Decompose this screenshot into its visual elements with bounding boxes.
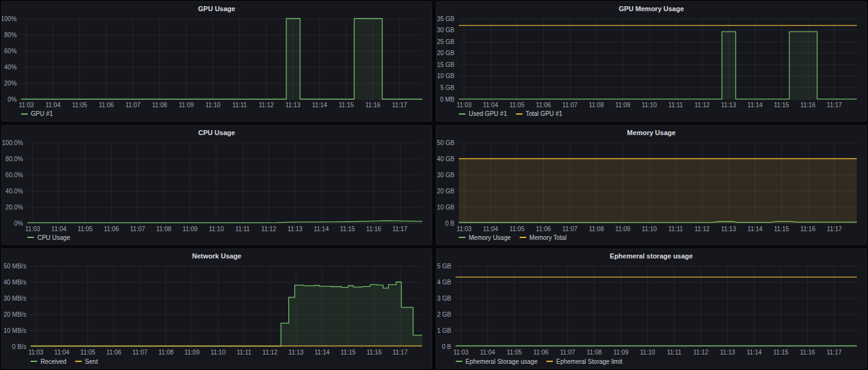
legend-swatch — [546, 361, 553, 362]
axis-tick-label: 11:08 — [587, 349, 602, 356]
axis-tick-label: 11:03 — [19, 102, 34, 108]
axis-tick-label: 11:07 — [560, 349, 575, 356]
panel-title[interactable]: Memory Usage — [436, 126, 866, 139]
axis-tick-label: 20 GB — [437, 187, 455, 194]
panel-title[interactable]: Network Usage — [2, 249, 432, 262]
axis-tick-label: 11:17 — [392, 349, 408, 356]
legend-swatch — [520, 237, 526, 238]
axis-tick-label: 100% — [2, 15, 17, 22]
axis-tick-label: 11:03 — [25, 226, 41, 232]
grid-lines — [27, 143, 422, 223]
axis-tick-label: 11:12 — [262, 349, 278, 356]
axis-tick-label: 1 GB — [437, 327, 451, 334]
panel-memory-usage: Memory Usage 0 B10 GB20 GB30 GB40 GB50 G… — [436, 125, 867, 245]
axis-tick-label: 11:16 — [800, 349, 815, 356]
axis-tick-label: 11:12 — [261, 226, 277, 232]
axis-tick-label: 11:05 — [78, 226, 93, 232]
legend-item-gpu-1[interactable]: GPU #1 — [21, 110, 53, 117]
axis-tick-label: 10 GB — [437, 203, 455, 210]
axis-tick-label: 11:03 — [29, 349, 44, 356]
axis-tick-label: 11:08 — [152, 102, 167, 108]
axis-tick-label: 20% — [4, 80, 17, 87]
legend-item-memory-usage[interactable]: Memory Usage — [459, 234, 511, 241]
legend-item-ephemeral-storage-usage[interactable]: Ephemeral Storage usage — [456, 358, 538, 365]
panel-title[interactable]: GPU Usage — [2, 2, 432, 15]
axis-tick-label: 11:14 — [748, 226, 763, 232]
gpu-memory-usage-legend: Used GPU #1Total GPU #1 — [436, 109, 866, 121]
axis-tick-label: 11:14 — [746, 349, 762, 356]
axis-tick-label: 11:12 — [693, 349, 709, 356]
legend-label: CPU Usage — [37, 234, 70, 241]
axis-tick-label: 11:04 — [483, 226, 498, 232]
axis-tick-label: 35 GB — [437, 15, 455, 22]
gpu-memory-usage-chart[interactable]: 0 MB5 GB10 GB15 GB20 GB25 GB30 GB35 GB11… — [436, 15, 866, 109]
gpu-usage-chart[interactable]: 0%20%40%60%80%100%11:0311:0411:0511:0611… — [2, 15, 432, 109]
axis-tick-label: 11:04 — [51, 226, 67, 232]
memory-usage-legend: Memory UsageMemory Total — [436, 232, 866, 244]
axis-tick-label: 11:06 — [107, 349, 122, 356]
axis-tick-label: 11:11 — [235, 226, 250, 232]
axis-tick-label: 4 GB — [437, 279, 451, 286]
legend-label: Sent — [85, 358, 98, 365]
axis-tick-label: 11:13 — [285, 102, 301, 108]
axis-tick-label: 50 MB/s — [4, 263, 27, 270]
axis-tick-label: 11:04 — [55, 349, 70, 356]
cpu-usage-chart[interactable]: 0%20.0%40.0%60.0%80.0%100.0%11:0311:0411… — [2, 139, 432, 233]
axis-tick-label: 15 GB — [437, 61, 455, 68]
legend-item-memory-total[interactable]: Memory Total — [520, 234, 567, 241]
axis-tick-label: 11:17 — [827, 226, 843, 232]
axis-tick-label: 11:11 — [668, 226, 683, 232]
axis-tick-label: 11:15 — [339, 102, 354, 108]
legend-label: Ephemeral Storage usage — [466, 358, 538, 365]
panel-title[interactable]: GPU Memory Usage — [436, 2, 866, 15]
axis-tick-label: 50 GB — [437, 139, 455, 146]
axis-tick-label: 11:15 — [340, 349, 356, 356]
axis-tick-label: 11:05 — [81, 349, 96, 356]
axis-tick-label: 11:07 — [133, 349, 148, 356]
axis-tick-label: 11:06 — [99, 102, 114, 108]
axis-tick-label: 60% — [4, 48, 17, 55]
panel-title[interactable]: Ephemeral storage usage — [436, 249, 866, 262]
legend-swatch — [516, 113, 523, 115]
legend-item-used-gpu-1[interactable]: Used GPU #1 — [459, 110, 507, 117]
legend-swatch — [456, 361, 463, 362]
y-axis-labels: 0 B1 GB2 GB3 GB4 GB5 GB — [437, 263, 451, 350]
panel-network-usage: Network Usage 0 B/s10 MB/s20 MB/s30 MB/s… — [1, 249, 432, 369]
axis-tick-label: 11:03 — [453, 349, 469, 356]
ephemeral-storage-chart[interactable]: 0 B1 GB2 GB3 GB4 GB5 GB11:0311:0411:0511… — [436, 262, 866, 356]
series-fill-memory-total — [459, 159, 857, 223]
x-axis-labels: 11:0311:0411:0511:0611:0711:0811:0911:10… — [456, 102, 842, 108]
axis-tick-label: 11:15 — [773, 349, 789, 356]
axis-tick-label: 11:12 — [259, 102, 274, 108]
axis-tick-label: 80.0% — [6, 155, 23, 162]
axis-tick-label: 100.0% — [2, 139, 23, 146]
y-axis-labels: 0 B10 GB20 GB30 GB40 GB50 GB — [437, 139, 455, 226]
cpu-usage-svg: 0%20.0%40.0%60.0%80.0%100.0%11:0311:0411… — [2, 139, 432, 233]
axis-tick-label: 0% — [14, 219, 24, 226]
axis-tick-label: 20 MB/s — [4, 311, 27, 318]
axis-tick-label: 11:13 — [721, 102, 737, 108]
grid-lines — [456, 266, 857, 346]
network-usage-chart[interactable]: 0 B/s10 MB/s20 MB/s30 MB/s40 MB/s50 MB/s… — [2, 262, 432, 356]
legend-label: Received — [40, 358, 66, 365]
legend-swatch — [75, 361, 82, 362]
legend-item-sent[interactable]: Sent — [75, 358, 98, 365]
axis-tick-label: 11:15 — [774, 226, 789, 232]
axis-tick-label: 2 GB — [437, 311, 451, 318]
axis-tick-label: 10 GB — [437, 73, 455, 79]
axis-tick-label: 5 GB — [440, 84, 454, 91]
legend-label: Used GPU #1 — [469, 110, 507, 117]
cpu-usage-legend: CPU Usage — [2, 232, 432, 244]
axis-tick-label: 3 GB — [437, 295, 451, 302]
legend-item-total-gpu-1[interactable]: Total GPU #1 — [516, 110, 562, 117]
memory-usage-chart[interactable]: 0 B10 GB20 GB30 GB40 GB50 GB11:0311:0411… — [436, 139, 866, 233]
legend-item-ephemeral-storage-limit[interactable]: Ephemeral Storage limit — [546, 358, 622, 365]
panel-title[interactable]: CPU Usage — [2, 126, 432, 139]
legend-item-cpu-usage[interactable]: CPU Usage — [27, 234, 70, 241]
x-axis-labels: 11:0311:0411:0511:0611:0711:0811:0911:10… — [29, 349, 408, 356]
axis-tick-label: 11:07 — [562, 226, 578, 232]
axis-tick-label: 11:11 — [667, 349, 682, 356]
legend-item-received[interactable]: Received — [30, 358, 66, 365]
axis-tick-label: 0% — [7, 96, 17, 103]
axis-tick-label: 11:09 — [179, 102, 194, 108]
